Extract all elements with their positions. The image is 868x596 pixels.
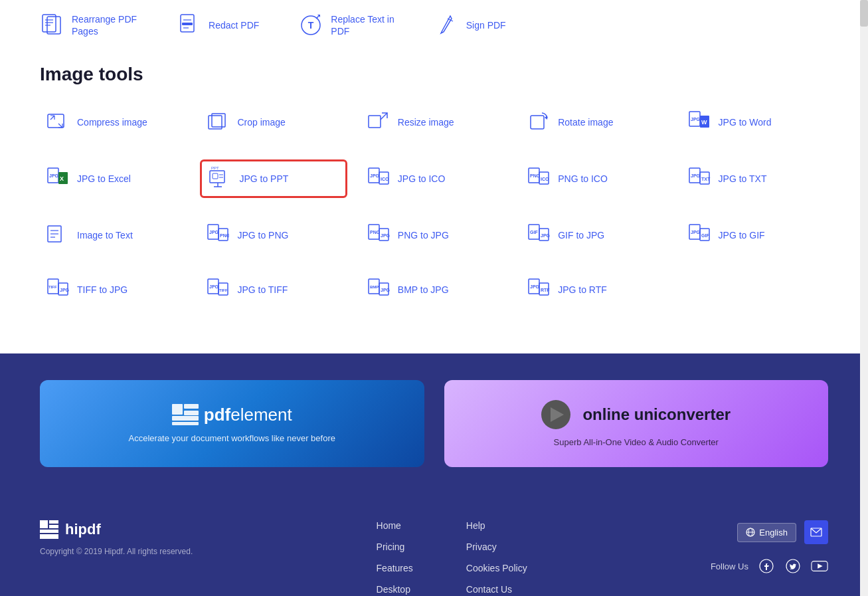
svg-text:TXT: TXT: [701, 177, 711, 181]
pdfelement-promo[interactable]: pdfelement Accelerate your document work…: [40, 380, 424, 467]
jpg-to-excel-icon: JPG X: [45, 167, 69, 191]
resize-image-link[interactable]: Resize image: [361, 105, 507, 140]
sign-icon: [434, 13, 458, 37]
brand-logo: hipdf: [40, 520, 193, 539]
jpg-to-ico-link[interactable]: JPG ICO JPG to ICO: [361, 159, 507, 198]
rearrange-pdf-link[interactable]: Rearrange PDFPages: [40, 13, 137, 37]
jpg-to-gif-link[interactable]: JPG GIF JPG to GIF: [681, 218, 828, 252]
jpg-to-ppt-label: JPG to PPT: [239, 173, 288, 185]
scrollbar-thumb[interactable]: [860, 0, 868, 27]
compress-image-label: Compress image: [77, 116, 147, 128]
crop-image-link[interactable]: Crop image: [200, 105, 347, 140]
svg-text:PNG: PNG: [220, 233, 229, 238]
svg-text:JPG: JPG: [381, 288, 390, 292]
youtube-icon: [811, 559, 828, 573]
rotate-image-label: Rotate image: [558, 116, 613, 128]
replace-text-pdf-link[interactable]: T Replace Text inPDF: [299, 13, 394, 37]
jpg-to-ico-label: JPG to ICO: [398, 173, 446, 185]
footer-contact-link[interactable]: Contact Us: [466, 584, 527, 595]
svg-rect-87: [184, 411, 199, 415]
gif-to-jpg-icon: GIF JPG: [526, 223, 550, 247]
sign-pdf-link[interactable]: Sign PDF: [434, 13, 506, 37]
jpg-to-txt-link[interactable]: JPG TXT JPG to TXT: [681, 159, 828, 198]
png-to-jpg-label: PNG to JPG: [398, 229, 449, 241]
tiff-to-jpg-link[interactable]: TIFF JPG TIFF to JPG: [40, 272, 187, 307]
compress-image-link[interactable]: Compress image: [40, 105, 187, 140]
tiff-to-jpg-icon: TIFF JPG: [45, 278, 69, 302]
svg-marker-102: [818, 564, 822, 569]
jpg-to-word-link[interactable]: JPG W JPG to Word: [681, 105, 828, 140]
footer-home-link[interactable]: Home: [377, 520, 413, 531]
jpg-to-gif-icon: JPG GIF: [687, 223, 711, 247]
svg-text:BMP: BMP: [370, 285, 379, 289]
svg-line-19: [381, 113, 387, 120]
jpg-to-gif-label: JPG to GIF: [719, 229, 765, 241]
svg-text:JPG: JPG: [691, 230, 701, 235]
bmp-to-jpg-link[interactable]: BMP JPG BMP to JPG: [361, 272, 507, 307]
footer-nav-col2: Help Privacy Cookies Policy Contact Us: [466, 520, 527, 595]
svg-rect-89: [172, 422, 199, 425]
pdf-tools-row: Rearrange PDFPages Redact PDF T Replace …: [40, 13, 828, 37]
uniconverter-subtitle: Superb All-in-One Video & Audio Converte…: [554, 437, 719, 447]
rotate-image-link[interactable]: Rotate image: [521, 105, 667, 140]
facebook-link[interactable]: [758, 557, 775, 575]
footer-right: English Follow Us: [711, 520, 828, 575]
follow-us-row: Follow Us: [711, 557, 828, 575]
jpg-to-excel-link[interactable]: JPG X JPG to Excel: [40, 159, 187, 198]
pdfelement-logo: pdfelement: [172, 404, 292, 425]
brand-name: hipdf: [65, 521, 101, 538]
gif-to-jpg-link[interactable]: GIF JPG GIF to JPG: [521, 218, 667, 252]
globe-icon: [746, 528, 755, 537]
jpg-to-rtf-link[interactable]: JPG RTF JPG to RTF: [521, 272, 667, 307]
footer-desktop-link[interactable]: Desktop: [377, 584, 413, 595]
svg-text:JPG: JPG: [370, 173, 380, 178]
redact-pdf-link[interactable]: Redact PDF: [177, 13, 259, 37]
language-button[interactable]: English: [737, 523, 796, 542]
image-to-text-label: Image to Text: [77, 229, 133, 241]
jpg-to-rtf-icon: JPG RTF: [526, 278, 550, 302]
footer-bottom: hipdf Copyright © 2019 Hipdf. All rights…: [40, 500, 828, 596]
svg-rect-31: [213, 173, 218, 179]
footer-brand: hipdf Copyright © 2019 Hipdf. All rights…: [40, 520, 193, 556]
footer-features-link[interactable]: Features: [377, 563, 413, 573]
pdfelement-subtitle: Accelerate your document workflows like …: [129, 433, 335, 443]
svg-text:JPG: JPG: [381, 233, 390, 238]
rotate-image-icon: [526, 110, 550, 134]
footer-section: pdfelement Accelerate your document work…: [0, 353, 868, 596]
facebook-icon: [759, 559, 774, 573]
email-button[interactable]: [804, 520, 828, 544]
footer-privacy-link[interactable]: Privacy: [466, 542, 527, 552]
svg-rect-85: [172, 404, 183, 415]
jpg-to-ppt-link[interactable]: PPT JPG to PPT: [200, 159, 347, 198]
jpg-to-txt-icon: JPG TXT: [687, 167, 711, 191]
redact-pdf-label: Redact PDF: [209, 19, 259, 31]
youtube-link[interactable]: [811, 557, 828, 575]
footer-pricing-link[interactable]: Pricing: [377, 542, 413, 552]
tiff-to-jpg-label: TIFF to JPG: [77, 284, 128, 296]
jpg-to-png-link[interactable]: JPG PNG JPG to PNG: [200, 218, 347, 252]
crop-image-icon: [205, 110, 229, 134]
footer-cookies-link[interactable]: Cookies Policy: [466, 563, 527, 573]
image-to-text-link[interactable]: Image to Text: [40, 218, 187, 252]
svg-text:JPG: JPG: [691, 117, 701, 122]
png-to-jpg-link[interactable]: PNG JPG PNG to JPG: [361, 218, 507, 252]
svg-rect-0: [43, 15, 56, 32]
scrollbar[interactable]: [860, 0, 868, 596]
pdfelement-logo-icon: [172, 404, 199, 425]
jpg-to-txt-label: JPG to TXT: [719, 173, 767, 185]
promo-banners: pdfelement Accelerate your document work…: [40, 380, 828, 467]
jpg-to-ppt-icon: PPT: [207, 167, 231, 191]
svg-text:JPG: JPG: [49, 173, 59, 178]
uniconverter-promo[interactable]: online uniconverter Superb All-in-One Vi…: [444, 380, 829, 467]
jpg-to-rtf-label: JPG to RTF: [558, 284, 607, 296]
replace-text-icon: T: [299, 13, 323, 37]
jpg-to-tiff-link[interactable]: JPG TIFF JPG to TIFF: [200, 272, 347, 307]
svg-text:W: W: [701, 119, 707, 126]
svg-text:X: X: [60, 175, 64, 182]
svg-text:JPG: JPG: [209, 284, 219, 289]
png-to-ico-link[interactable]: PNG ICO PNG to ICO: [521, 159, 667, 198]
footer-help-link[interactable]: Help: [466, 520, 527, 531]
png-to-jpg-icon: PNG JPG: [366, 223, 390, 247]
language-label: English: [759, 528, 788, 538]
twitter-link[interactable]: [784, 557, 802, 575]
